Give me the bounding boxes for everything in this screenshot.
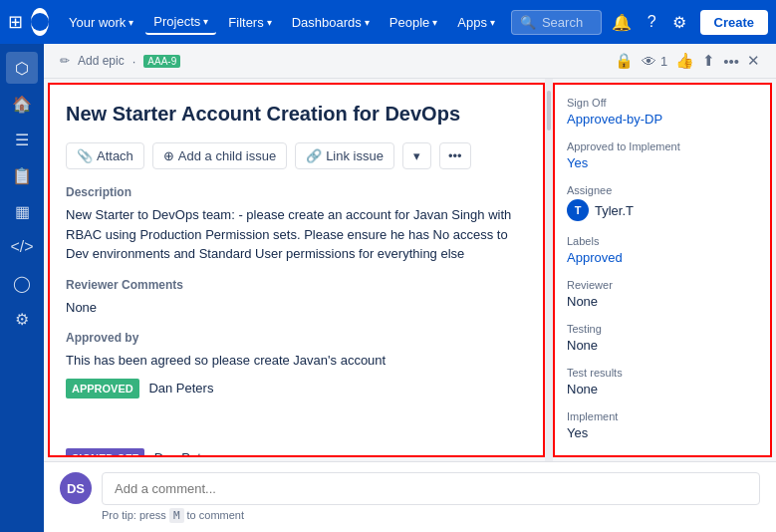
chevron-down-icon: ▾: [203, 16, 208, 27]
assignee-field: Assignee T Tyler.T: [567, 184, 758, 221]
test-results-field: Test results None: [567, 367, 758, 397]
assignee-label: Assignee: [567, 184, 758, 196]
close-icon[interactable]: ✕: [747, 52, 760, 70]
comment-area: DS Pro tip: press M to comment: [44, 461, 776, 532]
top-navigation: ⊞ Your work ▾ Projects ▾ Filters ▾ Dashb…: [0, 0, 776, 44]
reviewer-field: Reviewer None: [567, 279, 758, 309]
comment-input[interactable]: [102, 472, 760, 505]
sidebar-icon-circle[interactable]: ◯: [6, 267, 38, 299]
testing-value: None: [567, 338, 758, 353]
sidebar-icon-list[interactable]: ☰: [6, 124, 38, 155]
sidebar-icon-code[interactable]: </>: [6, 231, 38, 263]
reviewer-comments-label: Reviewer Comments: [66, 278, 527, 292]
test-results-label: Test results: [567, 367, 758, 379]
test-results-value: None: [567, 382, 758, 397]
comment-tip: Pro tip: press M to comment: [102, 509, 760, 522]
issue-id-badge: AAA-9: [143, 55, 180, 68]
scroll-thumb: [547, 91, 551, 131]
issue-panel: New Starter Account Creation for DevOps …: [44, 79, 776, 461]
watchers-count: 👁 1: [642, 53, 667, 70]
chevron-down-icon: ▾: [129, 17, 133, 28]
chevron-down-icon: ▾: [267, 17, 272, 28]
labels-value[interactable]: Approved: [567, 250, 758, 265]
sidebar-icon-bar-chart[interactable]: ▦: [6, 195, 38, 227]
search-input[interactable]: 🔍 Search: [511, 10, 602, 35]
content-area: ✏ Add epic · AAA-9 🔒 👁 1 👍 ⬆ ••• ✕ New S…: [44, 44, 776, 532]
reviewer-comments-text: None: [66, 298, 527, 318]
share-icon[interactable]: ⬆: [702, 52, 715, 70]
issue-details-panel: New Starter Account Creation for DevOps …: [48, 83, 545, 457]
sidebar-icon-backlog[interactable]: 📋: [6, 159, 38, 191]
approved-by-text: This has been agreed so please create Ja…: [66, 351, 527, 371]
implement-value: Yes: [567, 425, 758, 440]
breadcrumb-controls: 🔒 👁 1 👍 ⬆ ••• ✕: [615, 52, 760, 70]
chevron-down-icon: ▾: [432, 17, 437, 28]
implement-label: Implement: [567, 410, 758, 422]
approved-implement-field: Approved to Implement Yes: [567, 140, 758, 170]
approved-badge: APPROVED: [66, 379, 139, 399]
nav-projects[interactable]: Projects ▾: [145, 10, 216, 35]
issue-title: New Starter Account Creation for DevOps: [66, 101, 527, 127]
approval-date-field: Approval Date 17 Aug 2021, 12:00: [567, 454, 758, 457]
labels-label: Labels: [567, 235, 758, 247]
create-button[interactable]: Create: [700, 10, 768, 35]
thumbs-up-icon[interactable]: 👍: [675, 52, 694, 70]
comment-input-area: Pro tip: press M to comment: [102, 472, 760, 522]
description-text: New Starter to DevOps team: - please cre…: [66, 205, 527, 264]
nav-people[interactable]: People ▾: [382, 11, 445, 34]
approved-by-person: APPROVED Dan Peters: [66, 379, 527, 399]
sign-off-value[interactable]: Approved-by-DP: [567, 112, 758, 127]
issue-action-bar: 📎 Attach ⊕ Add a child issue 🔗 Link issu…: [66, 142, 527, 169]
assignee-value: Tyler.T: [595, 203, 634, 218]
nav-your-work[interactable]: Your work ▾: [61, 11, 141, 34]
sidebar-icon-home[interactable]: 🏠: [6, 88, 38, 120]
reviewer-label: Reviewer: [567, 279, 758, 291]
settings-icon[interactable]: ⚙: [666, 9, 692, 36]
grid-icon[interactable]: ⊞: [8, 11, 23, 33]
reviewer-value: None: [567, 294, 758, 309]
labels-field: Labels Approved: [567, 235, 758, 265]
chevron-down-icon: ▾: [490, 17, 495, 28]
sign-off-field: Sign Off Approved-by-DP: [567, 97, 758, 127]
comment-avatar: DS: [60, 472, 92, 504]
testing-field: Testing None: [567, 323, 758, 353]
chevron-dropdown-button[interactable]: ▾: [402, 142, 431, 169]
approved-by-label: Approved by: [66, 331, 527, 345]
add-child-issue-button[interactable]: ⊕ Add a child issue: [152, 142, 287, 169]
link-icon: 🔗: [306, 148, 322, 163]
nav-filters[interactable]: Filters ▾: [220, 11, 279, 34]
paperclip-icon: 📎: [77, 148, 93, 163]
logo[interactable]: [31, 8, 49, 36]
notifications-icon[interactable]: 🔔: [606, 9, 638, 36]
nav-apps[interactable]: Apps ▾: [449, 11, 503, 34]
eye-icon[interactable]: 👁: [642, 53, 656, 70]
assignee-row: T Tyler.T: [567, 199, 758, 221]
attach-button[interactable]: 📎 Attach: [66, 142, 144, 169]
approved-implement-label: Approved to Implement: [567, 140, 758, 152]
link-issue-button[interactable]: 🔗 Link issue: [295, 142, 394, 169]
sidebar-icon-settings[interactable]: ⚙: [6, 303, 38, 335]
nav-dashboards[interactable]: Dashboards ▾: [284, 11, 378, 34]
chevron-down-icon: ▾: [365, 17, 370, 28]
breadcrumb: ✏ Add epic · AAA-9 🔒 👁 1 👍 ⬆ ••• ✕: [44, 44, 776, 79]
sign-off-label: Sign Off: [567, 97, 758, 109]
approval-date-label: Approval Date: [567, 454, 758, 457]
breadcrumb-epic[interactable]: Add epic: [78, 54, 125, 68]
description-label: Description: [66, 185, 527, 199]
child-issue-icon: ⊕: [163, 148, 174, 163]
avatar: T: [567, 199, 589, 221]
approved-implement-value[interactable]: Yes: [567, 155, 758, 170]
sidebar-icon-board[interactable]: ⬡: [6, 52, 38, 84]
testing-label: Testing: [567, 323, 758, 335]
implement-field: Implement Yes: [567, 410, 758, 440]
lock-icon[interactable]: 🔒: [615, 52, 634, 70]
scroll-track[interactable]: [545, 79, 553, 461]
edit-icon: ✏: [60, 54, 70, 68]
signed-off-badge: SIGNED OFF: [66, 448, 144, 457]
shortcut-key: M: [169, 508, 184, 523]
more-actions-button[interactable]: •••: [439, 142, 471, 169]
more-options-icon[interactable]: •••: [723, 53, 739, 70]
left-sidebar: ⬡ 🏠 ☰ 📋 ▦ </> ◯ ⚙: [0, 44, 44, 532]
search-icon: 🔍: [520, 15, 536, 30]
help-icon[interactable]: ?: [642, 9, 662, 35]
